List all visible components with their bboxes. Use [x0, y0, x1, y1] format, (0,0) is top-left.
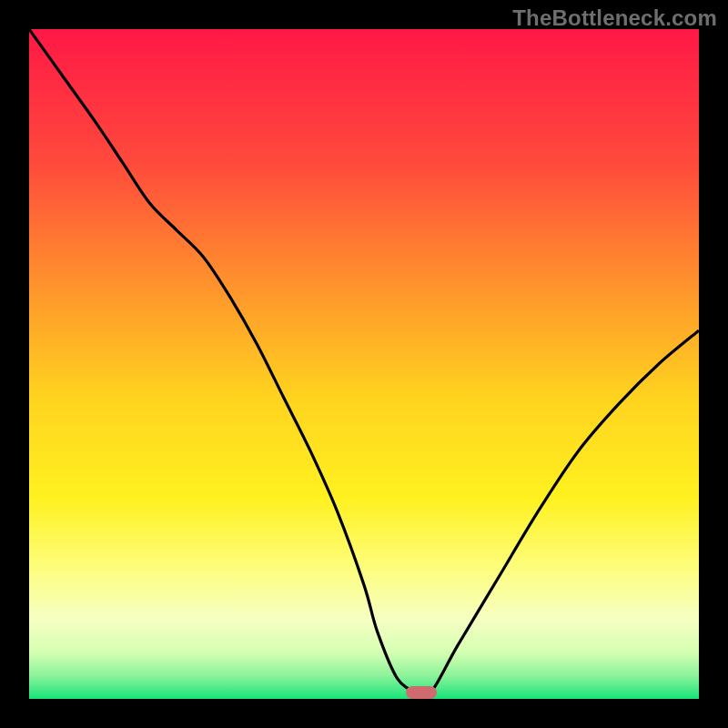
optimal-marker — [406, 686, 437, 699]
plot-area — [29, 29, 699, 699]
bottleneck-curve — [29, 29, 699, 699]
attribution-text: TheBottleneck.com — [512, 5, 717, 31]
chart-frame: TheBottleneck.com — [0, 0, 728, 728]
